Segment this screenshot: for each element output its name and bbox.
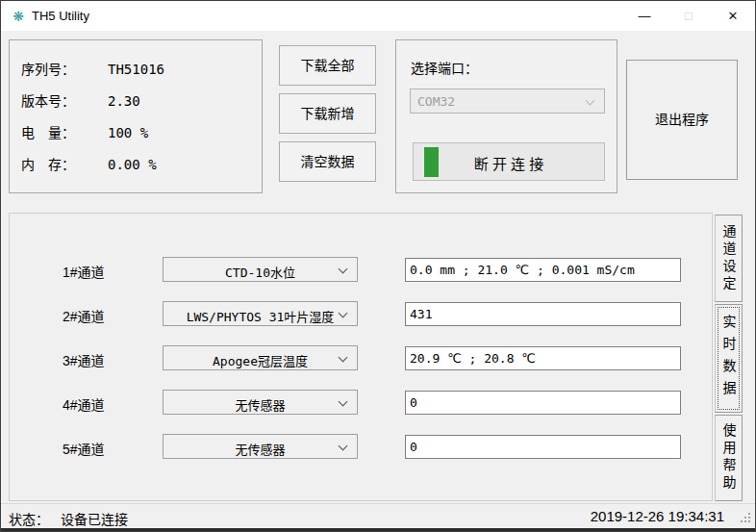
maximize-icon: □ xyxy=(667,1,711,31)
window-bottom-edge xyxy=(1,528,755,532)
device-info-panel: 序列号： TH51016 版本号： 2.30 电 量： 100 % 内 存： 0… xyxy=(9,39,263,193)
battery-label: 电 量： xyxy=(21,123,108,142)
memory-label: 内 存： xyxy=(21,155,108,174)
channel-4-label: 4#通道 xyxy=(63,394,105,414)
channel-2-reading[interactable]: 431 xyxy=(405,302,681,326)
connection-panel: 选择端口： COM32 断 开 连 接 xyxy=(395,39,617,193)
channel-4-sensor-select[interactable]: 无传感器 xyxy=(163,390,358,415)
memory-value: 0.00 % xyxy=(108,155,157,174)
realtime-data-panel: 1#通道 CTD-10水位 0.0 mm ; 21.0 ℃ ; 0.001 mS… xyxy=(9,213,713,501)
status-timestamp: 2019-12-26 19:34:31 xyxy=(591,508,724,524)
channel-row: 2#通道 LWS/PHYTOS 31叶片湿度 431 xyxy=(10,301,712,327)
app-icon: ❋ xyxy=(10,9,27,24)
channel-2-label: 2#通道 xyxy=(63,306,105,325)
channel-1-sensor-value: CTD-10水位 xyxy=(225,263,295,281)
channel-3-sensor-select[interactable]: Apogee冠层温度 xyxy=(163,345,358,370)
channel-row: 5#通道 无传感器 0 xyxy=(10,434,712,460)
channel-2-sensor-value: LWS/PHYTOS 31叶片湿度 xyxy=(187,307,335,325)
tab-realtime-data[interactable]: 实时数据 xyxy=(715,304,743,413)
channel-5-sensor-select[interactable]: 无传感器 xyxy=(163,434,358,459)
app-window: ❋ TH5 Utility — □ ✕ 序列号： TH51016 版本号： 2.… xyxy=(0,0,756,532)
tab-channel-setup[interactable]: 通道设定 xyxy=(715,215,743,302)
download-all-button[interactable]: 下载全部 xyxy=(279,45,376,86)
memory-row: 内 存： 0.00 % xyxy=(21,155,262,174)
serial-number-value: TH51016 xyxy=(108,60,164,79)
version-value: 2.30 xyxy=(108,91,140,111)
status-label: 状态： xyxy=(9,509,49,528)
channel-5-sensor-value: 无传感器 xyxy=(235,440,285,458)
chevron-down-icon xyxy=(339,442,348,451)
status-text: 设备已连接 xyxy=(61,509,128,528)
battery-row: 电 量： 100 % xyxy=(21,123,262,142)
channel-4-reading[interactable]: 0 xyxy=(405,391,681,415)
channel-4-sensor-value: 无传感器 xyxy=(235,395,285,414)
channel-row: 3#通道 Apogee冠层温度 20.9 ℃ ; 20.8 ℃ xyxy=(10,345,712,371)
port-select-label: 选择端口： xyxy=(411,58,478,77)
chevron-down-icon xyxy=(339,309,348,318)
channel-3-sensor-value: Apogee冠层温度 xyxy=(213,351,308,369)
port-select[interactable]: COM32 xyxy=(410,89,605,114)
channel-5-reading[interactable]: 0 xyxy=(405,435,681,459)
resize-grip[interactable] xyxy=(748,520,750,522)
channel-row: 1#通道 CTD-10水位 0.0 mm ; 21.0 ℃ ; 0.001 mS… xyxy=(10,257,712,283)
disconnect-button[interactable]: 断 开 连 接 xyxy=(413,142,605,181)
version-row: 版本号： 2.30 xyxy=(21,91,262,111)
channel-1-sensor-select[interactable]: CTD-10水位 xyxy=(163,257,358,282)
minimize-icon[interactable]: — xyxy=(622,1,667,31)
chevron-down-icon xyxy=(586,96,595,106)
channel-3-label: 3#通道 xyxy=(63,350,105,369)
window-controls: — □ ✕ xyxy=(622,1,755,31)
download-new-button[interactable]: 下载新增 xyxy=(279,93,376,134)
clear-data-button[interactable]: 清空数据 xyxy=(279,141,376,182)
exit-program-button[interactable]: 退出程序 xyxy=(626,60,738,180)
version-label: 版本号： xyxy=(21,91,108,111)
chevron-down-icon xyxy=(339,265,348,274)
battery-value: 100 % xyxy=(108,123,148,142)
serial-number-row: 序列号： TH51016 xyxy=(21,60,262,79)
tab-help[interactable]: 使用帮助 xyxy=(715,415,743,501)
port-select-value: COM32 xyxy=(417,94,455,109)
serial-number-label: 序列号： xyxy=(21,60,108,79)
chevron-down-icon xyxy=(339,397,348,407)
channel-2-sensor-select[interactable]: LWS/PHYTOS 31叶片湿度 xyxy=(163,301,358,326)
title-bar[interactable]: ❋ TH5 Utility — □ ✕ xyxy=(1,1,755,31)
disconnect-button-label: 断 开 连 接 xyxy=(414,153,604,173)
window-title: TH5 Utility xyxy=(32,9,89,23)
chevron-down-icon xyxy=(339,353,348,363)
channel-3-reading[interactable]: 20.9 ℃ ; 20.8 ℃ xyxy=(405,346,681,370)
close-icon[interactable]: ✕ xyxy=(711,1,755,31)
status-bar: 状态： 设备已连接 2019-12-26 19:34:31 xyxy=(1,503,755,528)
channel-row: 4#通道 无传感器 0 xyxy=(10,390,712,416)
channel-1-reading[interactable]: 0.0 mm ; 21.0 ℃ ; 0.001 mS/cm xyxy=(405,258,681,282)
channel-5-label: 5#通道 xyxy=(63,439,105,458)
channel-1-label: 1#通道 xyxy=(63,262,105,281)
